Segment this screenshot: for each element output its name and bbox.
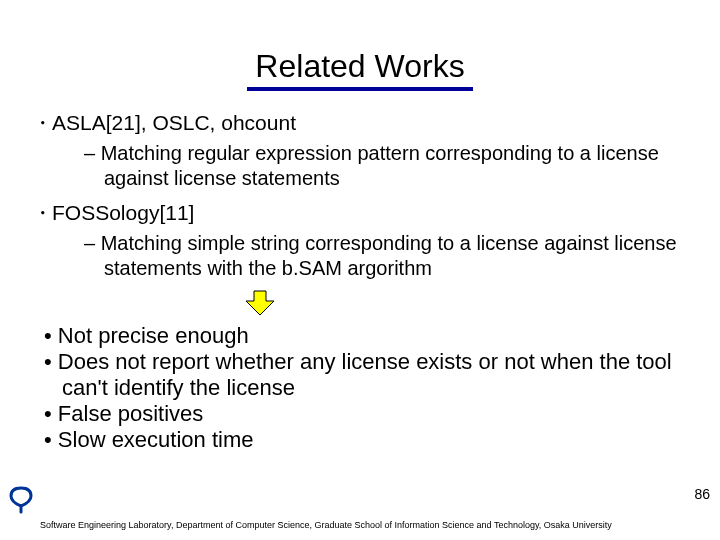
bullet-label: ASLA[21], OSLC, ohcount: [52, 111, 296, 134]
page-number: 86: [694, 486, 710, 502]
down-arrow-icon: [243, 303, 277, 320]
conclusion-item: False positives: [44, 401, 682, 427]
slide-title: Related Works: [247, 48, 472, 91]
bullet-item: ASLA[21], OSLC, ohcount: [38, 109, 682, 137]
arrow-container: [0, 289, 682, 321]
bullet-item: FOSSology[11]: [38, 199, 682, 227]
sub-bullet: Matching regular expression pattern corr…: [84, 141, 682, 191]
sub-bullet: Matching simple string corresponding to …: [84, 231, 682, 281]
footer-text: Software Engineering Laboratory, Departm…: [40, 520, 612, 530]
university-logo-icon: [6, 484, 36, 518]
conclusion-item: Does not report whether any license exis…: [44, 349, 682, 401]
bullet-label: FOSSology[11]: [52, 201, 194, 224]
title-container: Related Works: [0, 0, 720, 91]
content-area: ASLA[21], OSLC, ohcount Matching regular…: [0, 91, 720, 453]
conclusion-item: Not precise enough: [44, 323, 682, 349]
conclusion-item: Slow execution time: [44, 427, 682, 453]
